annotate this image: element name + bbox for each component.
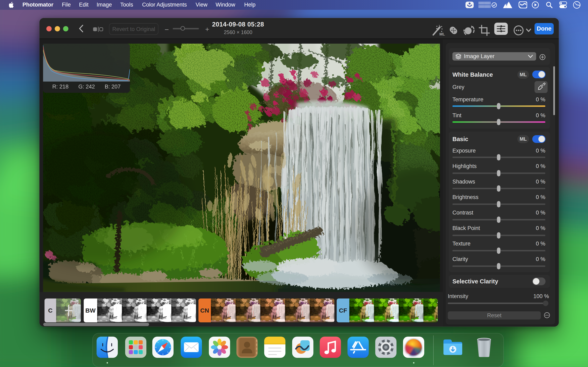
svg-text:ML: ML xyxy=(439,32,445,36)
